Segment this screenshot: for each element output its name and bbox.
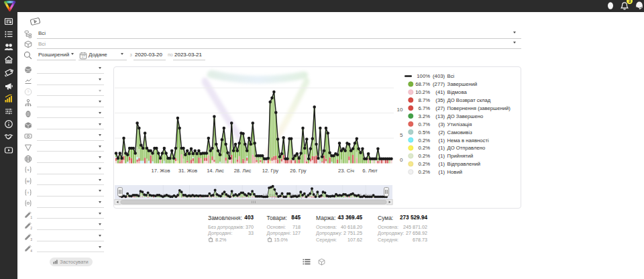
- svg-text:Повернення (завершений): Повернення (завершений): [447, 105, 511, 111]
- svg-text:ДО Возврат склад: ДО Возврат склад: [447, 97, 491, 103]
- svg-text:x: x: [271, 240, 272, 242]
- svg-text:(403): (403): [433, 73, 445, 79]
- svg-text:Відмова: Відмова: [447, 89, 468, 95]
- svg-text:5: 5: [400, 132, 403, 138]
- svg-text:(1): (1): [439, 161, 445, 167]
- svg-text:Самовивіз: Самовивіз: [447, 129, 473, 135]
- svg-text:6. Лют: 6. Лют: [362, 168, 378, 174]
- svg-text:8.7%: 8.7%: [418, 97, 430, 103]
- svg-text:(1): (1): [439, 153, 445, 159]
- svg-text:0.2%: 0.2%: [418, 153, 430, 159]
- svg-text:0.2%: 0.2%: [418, 161, 430, 167]
- svg-text:26. Гру: 26. Гру: [290, 168, 306, 174]
- svg-text:23. Січ: 23. Січ: [338, 168, 354, 174]
- svg-text:68.7%: 68.7%: [415, 81, 430, 87]
- svg-text:0.5%: 0.5%: [418, 129, 430, 135]
- svg-text:28. Лис: 28. Лис: [234, 168, 252, 174]
- svg-text:(2): (2): [439, 129, 445, 135]
- svg-text:ДО Завершено: ДО Завершено: [447, 113, 484, 119]
- svg-text:(1): (1): [439, 137, 445, 144]
- svg-text:x: x: [212, 240, 213, 242]
- svg-text:(35): (35): [435, 97, 445, 103]
- svg-text:Відправлений: Відправлений: [447, 161, 481, 167]
- svg-text:Новий: Новий: [447, 169, 463, 175]
- svg-text:(41): (41): [435, 89, 445, 95]
- svg-text:Прийнятий: Прийнятий: [447, 153, 474, 159]
- svg-text:17. Жов: 17. Жов: [152, 168, 170, 174]
- svg-text:10: 10: [397, 107, 403, 113]
- svg-text:100%: 100%: [417, 73, 430, 79]
- svg-text:Завершений: Завершений: [447, 81, 478, 87]
- svg-text:(13): (13): [435, 113, 445, 119]
- svg-text:(3): (3): [439, 121, 445, 127]
- svg-text:10.2%: 10.2%: [415, 89, 430, 95]
- svg-text:(277): (277): [433, 81, 445, 87]
- svg-text:(1): (1): [439, 169, 445, 175]
- svg-text:14. Лис: 14. Лис: [207, 168, 224, 174]
- svg-text:Нема в наявності: Нема в наявності: [447, 137, 489, 144]
- svg-text:12. Гру: 12. Гру: [262, 168, 278, 174]
- svg-text:6.7%: 6.7%: [418, 105, 430, 111]
- svg-text:0.2%: 0.2%: [418, 145, 430, 151]
- svg-text:Всі: Всі: [447, 73, 455, 79]
- svg-text:0.2%: 0.2%: [418, 169, 430, 175]
- svg-text:(1): (1): [439, 145, 445, 151]
- svg-text:3.2%: 3.2%: [418, 113, 430, 119]
- svg-text:0: 0: [400, 157, 403, 163]
- svg-text:ДО Отправлено: ДО Отправлено: [447, 145, 486, 151]
- svg-text:0.7%: 0.7%: [418, 121, 430, 127]
- svg-text:(27): (27): [435, 105, 445, 111]
- svg-text:31. Жов: 31. Жов: [178, 168, 197, 174]
- svg-text:Утилізація: Утилізація: [447, 121, 472, 127]
- svg-text:0.2%: 0.2%: [418, 137, 430, 144]
